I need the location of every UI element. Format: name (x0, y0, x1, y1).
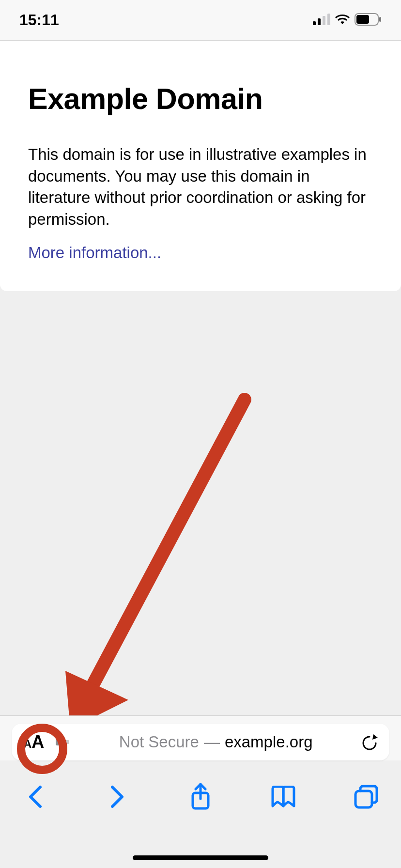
status-bar: 15:11 (0, 0, 401, 41)
wifi-icon (334, 14, 351, 27)
tabs-button[interactable] (352, 782, 381, 811)
svg-rect-5 (356, 15, 369, 24)
share-button[interactable] (186, 782, 215, 811)
address-bar-container: AA Not Secure — example.org (0, 715, 401, 760)
forward-button[interactable] (103, 782, 132, 811)
page-content: Example Domain This domain is for use in… (0, 41, 401, 291)
home-indicator[interactable] (133, 855, 268, 860)
more-information-link[interactable]: More information... (28, 244, 161, 262)
address-bar[interactable]: AA Not Secure — example.org (12, 724, 389, 760)
privacy-report-icon[interactable] (56, 737, 70, 747)
status-icons (313, 13, 382, 28)
svg-marker-11 (372, 734, 378, 740)
svg-line-7 (92, 400, 245, 686)
url-display[interactable]: Not Secure — example.org (77, 733, 355, 751)
svg-rect-10 (65, 740, 69, 744)
page-title: Example Domain (28, 82, 373, 116)
url-separator: — (204, 733, 220, 751)
svg-rect-14 (355, 791, 372, 807)
status-time: 15:11 (19, 11, 59, 29)
text-size-small-a: A (23, 737, 31, 751)
svg-rect-1 (318, 18, 321, 25)
page-body-text: This domain is for use in illustrative e… (28, 144, 373, 230)
url-domain: example.org (225, 733, 313, 751)
svg-rect-0 (313, 21, 316, 25)
bookmarks-button[interactable] (269, 782, 298, 811)
svg-rect-6 (379, 17, 381, 22)
svg-rect-2 (323, 16, 325, 25)
text-size-button[interactable]: AA (23, 732, 44, 752)
battery-icon (355, 13, 382, 28)
svg-rect-9 (56, 739, 64, 745)
reload-button[interactable] (361, 733, 378, 751)
security-status-label: Not Secure (119, 733, 199, 751)
bottom-toolbar (0, 770, 401, 823)
text-size-large-a: A (31, 732, 44, 752)
annotation-arrow (56, 390, 259, 739)
back-button[interactable] (20, 782, 49, 811)
cellular-signal-icon (313, 14, 330, 27)
svg-rect-3 (327, 14, 330, 25)
